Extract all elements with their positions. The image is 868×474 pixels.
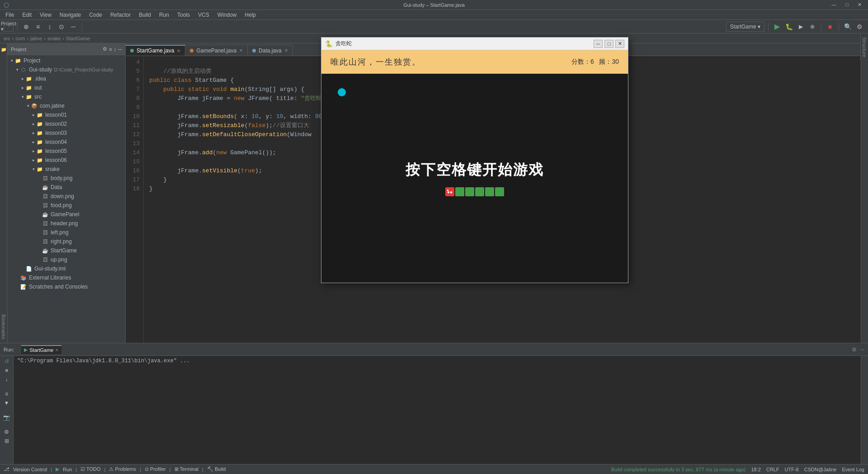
- menu-file[interactable]: File: [2, 11, 18, 19]
- tree-item-ext-libs[interactable]: 📚 External Libraries: [7, 273, 125, 282]
- build-label[interactable]: 🔨 Build: [207, 466, 226, 472]
- tree-item-out[interactable]: ▸ 📁 out: [7, 83, 125, 92]
- game-minimize-button[interactable]: ─: [594, 40, 603, 48]
- tree-item-food[interactable]: 🖼 food.png: [7, 201, 125, 210]
- console-rerun-icon[interactable]: ↺: [3, 358, 10, 365]
- game-title-bar[interactable]: 🐍 贪吃蛇 ─ □ ✕: [321, 38, 628, 50]
- toolbar-icon-4[interactable]: ⊙: [57, 22, 66, 32]
- run-subtab-startgame[interactable]: ▶ StartGame ✕: [21, 345, 61, 354]
- bookmarks-label[interactable]: Bookmarks: [0, 311, 8, 343]
- menu-help[interactable]: Help: [241, 11, 259, 19]
- menu-window[interactable]: Window: [214, 11, 241, 19]
- tree-item-lesson03[interactable]: ▸ 📁 lesson03: [7, 128, 125, 137]
- tree-item-src[interactable]: ▾ 📁 src: [7, 92, 125, 101]
- tree-label-out: out: [34, 85, 42, 91]
- menu-navigate[interactable]: Navigate: [56, 11, 85, 19]
- todo-label[interactable]: ☑ TODO: [80, 466, 100, 472]
- minimize-button[interactable]: —: [829, 2, 839, 8]
- console-cog-icon[interactable]: ⚙: [3, 428, 10, 436]
- tree-item-right[interactable]: 🖼 right.png: [7, 237, 125, 246]
- git-icon[interactable]: ⎇: [4, 466, 9, 472]
- tree-item-left[interactable]: 🖼 left.png: [7, 228, 125, 237]
- menu-run[interactable]: Run: [156, 11, 173, 19]
- tab-gamepanel[interactable]: GamePanel.java ✕: [185, 45, 248, 56]
- tree-item-project[interactable]: ▾ 📁 Project: [7, 56, 125, 65]
- close-button[interactable]: ✕: [855, 2, 864, 8]
- tree-label-src: src: [34, 94, 42, 100]
- terminal-label[interactable]: ⊞ Terminal: [175, 466, 198, 472]
- bottom-minimize-icon[interactable]: ─: [860, 346, 864, 353]
- tree-item-header[interactable]: 🖼 header.png: [7, 219, 125, 228]
- tab-gamepanel-close[interactable]: ✕: [239, 48, 243, 53]
- tab-data-close[interactable]: ✕: [284, 48, 288, 53]
- tree-item-idea[interactable]: ▸ 📁 .idea: [7, 74, 125, 83]
- project-close-panel[interactable]: ─: [118, 47, 122, 52]
- game-window-controls[interactable]: ─ □ ✕: [594, 40, 624, 48]
- tree-item-up[interactable]: 🖼 up.png: [7, 255, 125, 264]
- tree-item-down[interactable]: 🖼 down.png: [7, 192, 125, 201]
- tree-item-startgame[interactable]: ☕ StartGame: [7, 246, 125, 255]
- run-config-selector[interactable]: StartGame ▾: [726, 22, 764, 32]
- bottom-settings-icon[interactable]: ⚙: [852, 346, 857, 353]
- run-with-coverage[interactable]: ▶: [796, 22, 806, 32]
- menu-tools[interactable]: Tools: [174, 11, 193, 19]
- run-label-status[interactable]: Run: [63, 467, 72, 472]
- maximize-button[interactable]: □: [843, 2, 851, 8]
- version-control-label[interactable]: Version Control: [13, 467, 47, 472]
- project-strip-icon[interactable]: 📁: [1, 47, 6, 52]
- console-camera-icon[interactable]: 📷: [3, 414, 10, 421]
- toolbar-icon-3[interactable]: ↕: [45, 22, 55, 32]
- tree-item-comjatine[interactable]: ▾ 📦 com.jatine: [7, 101, 125, 110]
- project-gear[interactable]: ⚙: [103, 46, 107, 52]
- menu-vcs[interactable]: VCS: [194, 11, 213, 19]
- toolbar-icon-2[interactable]: ≡: [33, 22, 43, 32]
- game-close-button[interactable]: ✕: [615, 40, 624, 48]
- tree-item-snake[interactable]: ▾ 📁 snake: [7, 165, 125, 174]
- tab-startgame-close[interactable]: ✕: [177, 48, 180, 53]
- console-layout-icon[interactable]: ⊞: [3, 437, 10, 445]
- toolbar-project[interactable]: Project ▾: [4, 22, 14, 32]
- profiler-label[interactable]: ⊙ Profiler: [145, 466, 166, 472]
- console-stop-icon[interactable]: ■: [3, 367, 10, 374]
- problems-label[interactable]: ⚠ Problems: [109, 466, 136, 472]
- console-scroll-icon[interactable]: ↓: [3, 376, 10, 383]
- run-status-icon[interactable]: ▶: [56, 466, 59, 472]
- tree-item-scratches[interactable]: 📝 Scratches and Consoles: [7, 282, 125, 291]
- menu-view[interactable]: View: [36, 11, 55, 19]
- settings-button[interactable]: ⚙: [854, 22, 864, 32]
- tree-item-lesson06[interactable]: ▸ 📁 lesson06: [7, 156, 125, 165]
- tree-item-data[interactable]: ☕ Data: [7, 183, 125, 192]
- status-bar: ⎇ Version Control | ▶ Run | ☑ TODO | ⚠ P…: [0, 464, 868, 474]
- tree-item-gui-iml[interactable]: 📄 Gui-study.iml: [7, 264, 125, 273]
- tree-item-body[interactable]: 🖼 body.png: [7, 174, 125, 183]
- title-bar-controls[interactable]: — □ ✕: [829, 2, 864, 8]
- menu-edit[interactable]: Edit: [19, 11, 35, 19]
- debug-button[interactable]: 🐛: [784, 22, 794, 32]
- menu-build[interactable]: Build: [135, 11, 155, 19]
- run-button[interactable]: ▶: [772, 22, 782, 32]
- menu-code[interactable]: Code: [85, 11, 106, 19]
- tree-item-lesson05[interactable]: ▸ 📁 lesson05: [7, 147, 125, 156]
- project-expand[interactable]: ≡: [109, 47, 112, 52]
- tab-java-icon: [130, 49, 134, 52]
- search-button[interactable]: 🔍: [843, 22, 853, 32]
- menu-refactor[interactable]: Refactor: [107, 11, 134, 19]
- toolbar-icon-1[interactable]: ⊕: [21, 22, 31, 32]
- event-log[interactable]: Event Log: [842, 467, 864, 472]
- console-filter-icon[interactable]: ▼: [3, 399, 10, 407]
- toolbar-icon-5[interactable]: ─: [68, 22, 78, 32]
- tab-startgame[interactable]: StartGame.java ✕: [126, 45, 185, 56]
- tree-item-lesson01[interactable]: ▸ 📁 lesson01: [7, 110, 125, 119]
- tree-item-lesson04[interactable]: ▸ 📁 lesson04: [7, 137, 125, 147]
- tree-item-gui-study[interactable]: ▾ ⬡ Gui-study D:\Code_Project\Gui-study: [7, 65, 125, 74]
- tab-data[interactable]: Data.java ✕: [248, 45, 293, 56]
- project-sync[interactable]: ↕: [114, 47, 117, 52]
- tree-item-lesson02[interactable]: ▸ 📁 lesson02: [7, 119, 125, 128]
- profile-button[interactable]: ⊕: [807, 22, 817, 32]
- game-maximize-button[interactable]: □: [604, 40, 613, 48]
- run-subtab-close[interactable]: ✕: [55, 348, 59, 352]
- stop-button[interactable]: ■: [825, 22, 835, 32]
- structure-panel-label[interactable]: Structure: [860, 33, 868, 61]
- console-wrap-icon[interactable]: ≡: [3, 390, 10, 398]
- tree-item-gamepanel[interactable]: ☕ GamePanel: [7, 210, 125, 219]
